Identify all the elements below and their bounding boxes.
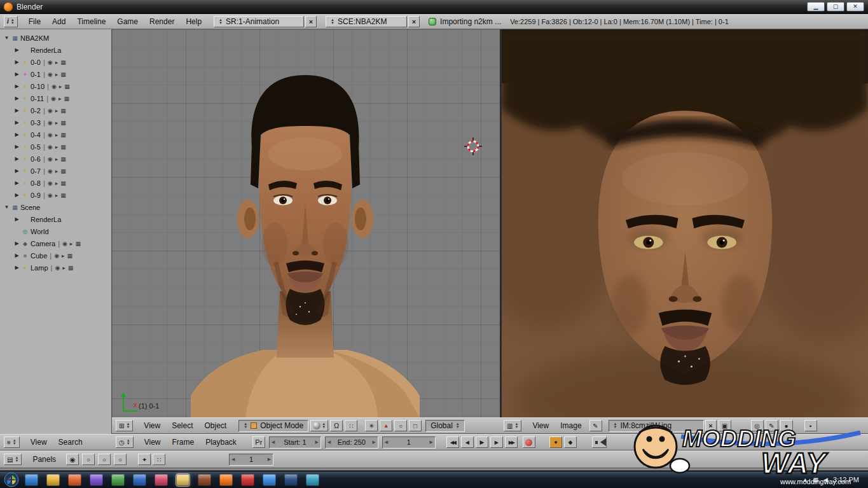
outliner-item-label[interactable]: 0-6 — [31, 155, 41, 163]
outliner-item-label[interactable]: 0-7 — [31, 167, 41, 175]
menu-select[interactable]: Select — [166, 421, 198, 430]
expand-arrow-icon[interactable]: ▶ — [13, 168, 21, 174]
visibility-toggle-icon[interactable]: ◉ — [52, 83, 57, 90]
visibility-toggle-icon[interactable]: ◉ — [55, 265, 60, 271]
outliner-row[interactable]: ▶✦0-4|◉▸▦ — [0, 129, 111, 141]
screen-selector[interactable]: SR:1-Animation — [214, 16, 304, 27]
office-app-icon[interactable] — [133, 474, 146, 486]
jump-to-end-button[interactable]: ▶▶ — [505, 436, 518, 448]
manipulator-scale-button[interactable]: □ — [409, 420, 422, 431]
manipulator-rotate-button[interactable]: ○ — [394, 420, 407, 431]
outliner-row[interactable]: ▼▦Scene — [0, 201, 111, 213]
mute-audio-button[interactable] — [592, 436, 607, 448]
visibility-toggle-icon[interactable]: ◉ — [54, 253, 59, 259]
outliner-row[interactable]: ▼▦NBA2KM — [0, 32, 111, 44]
play-button[interactable]: ▶ — [476, 436, 488, 448]
blender-icon[interactable] — [219, 474, 233, 486]
start-frame-field[interactable]: Start: 1 — [269, 436, 321, 449]
manipulator-translate-button[interactable]: ▲ — [380, 420, 392, 431]
buttons-frame-field[interactable]: 1 — [229, 454, 273, 466]
selectable-toggle-icon[interactable]: ▸ — [55, 144, 59, 150]
auto-key-button[interactable]: ● — [549, 436, 562, 448]
collapse-arrow-icon[interactable]: ▼ — [3, 35, 11, 41]
outliner-item-label[interactable]: NBA2KM — [20, 34, 49, 42]
physics-context-button[interactable]: ∷ — [153, 454, 165, 465]
menu-render[interactable]: Render — [144, 17, 180, 26]
outliner-row[interactable]: ▶RenderLa — [0, 213, 111, 225]
selectable-toggle-icon[interactable]: ▸ — [55, 132, 59, 138]
selectable-toggle-icon[interactable]: ▸ — [55, 108, 59, 114]
visibility-toggle-icon[interactable]: ◉ — [48, 108, 53, 114]
outliner-item-label[interactable]: RenderLa — [31, 216, 61, 223]
menu-view[interactable]: View — [139, 438, 167, 447]
paint-button[interactable]: ✎ — [766, 420, 778, 431]
visibility-toggle-icon[interactable]: ◉ — [48, 132, 53, 138]
folder-icon[interactable] — [46, 474, 60, 486]
outliner-item-label[interactable]: RenderLa — [31, 46, 61, 54]
outliner-item-label[interactable]: 0-4 — [31, 131, 41, 139]
context-logic-button[interactable]: ◉ — [66, 454, 79, 465]
outliner-item-label[interactable]: 0-8 — [31, 179, 41, 187]
context-shading-button[interactable]: ○ — [98, 454, 111, 465]
renderable-toggle-icon[interactable]: ▦ — [60, 144, 66, 150]
pivot-dropdown[interactable]: Ω — [330, 420, 343, 431]
utility-app-icon[interactable] — [198, 474, 211, 486]
draw-mode-dropdown[interactable] — [310, 420, 328, 431]
editor-type-button[interactable]: ▤ — [4, 454, 22, 465]
outliner-row[interactable]: ▶✦0-10|◉▸▦ — [0, 80, 111, 92]
pack-image-button[interactable]: ▣ — [719, 420, 731, 431]
outliner-item-label[interactable]: 0-3 — [31, 119, 41, 127]
renderable-toggle-icon[interactable]: ▦ — [68, 265, 74, 271]
visibility-toggle-icon[interactable]: ◉ — [48, 120, 53, 126]
visibility-toggle-icon[interactable]: ◉ — [48, 192, 53, 199]
menu-view[interactable]: View — [138, 421, 166, 430]
menu-playback[interactable]: Playback — [200, 438, 242, 447]
menu-object[interactable]: Object — [199, 421, 233, 430]
hidden-icons-icon[interactable]: ▲ — [803, 477, 808, 483]
renderable-toggle-icon[interactable]: ▦ — [60, 132, 66, 138]
photo-viewer-icon[interactable] — [90, 474, 103, 486]
scene-selector[interactable]: SCE:NBA2KM — [326, 16, 407, 27]
selectable-toggle-icon[interactable]: ▸ — [55, 120, 59, 126]
menu-search[interactable]: Search — [53, 438, 88, 447]
editor-type-button[interactable]: ▥ — [504, 420, 521, 431]
object-context-button[interactable]: ✦ — [138, 454, 151, 465]
outliner-row[interactable]: ◎World — [0, 225, 111, 237]
outliner-row[interactable]: ▶✦0-1|◉▸▦ — [0, 68, 111, 80]
menu-add[interactable]: Add — [46, 17, 71, 26]
expand-arrow-icon[interactable]: ▶ — [13, 144, 21, 150]
next-frame-button[interactable]: ▶ — [490, 436, 503, 448]
visibility-toggle-icon[interactable]: ◉ — [48, 59, 53, 66]
selectable-toggle-icon[interactable]: ▸ — [62, 253, 65, 259]
pin-button[interactable]: ◎ — [751, 420, 764, 431]
outliner-row[interactable]: ▶RenderLa — [0, 44, 111, 56]
outliner-item-label[interactable]: World — [31, 228, 49, 235]
selectable-toggle-icon[interactable]: ▸ — [55, 168, 59, 174]
titlebar[interactable]: Blender ▁ ▢ ✕ — [0, 0, 868, 14]
renderable-toggle-icon[interactable]: ▦ — [60, 180, 66, 186]
expand-arrow-icon[interactable]: ▶ — [13, 120, 21, 125]
renderable-toggle-icon[interactable]: ▦ — [60, 71, 66, 78]
image-unlink-button[interactable]: × — [705, 420, 717, 431]
menu-help[interactable]: Help — [180, 17, 207, 26]
expand-arrow-icon[interactable]: ▶ — [13, 216, 21, 222]
network-icon[interactable]: ▦ — [813, 477, 819, 483]
media-center-icon[interactable] — [306, 474, 319, 486]
outliner-item-label[interactable]: 0-11 — [31, 95, 44, 102]
expand-arrow-icon[interactable]: ▶ — [13, 241, 21, 246]
selectable-toggle-icon[interactable]: ▸ — [62, 265, 65, 271]
media-player-icon[interactable] — [68, 474, 81, 486]
menu-view[interactable]: View — [25, 438, 53, 447]
snap-button[interactable]: ∷ — [345, 420, 357, 431]
editor-type-button[interactable]: ≡ — [4, 436, 20, 448]
expand-arrow-icon[interactable]: ▶ — [13, 47, 21, 53]
outliner-item-label[interactable]: Lamp — [31, 264, 48, 272]
previous-frame-button[interactable]: ◀ — [461, 436, 474, 448]
selectable-toggle-icon[interactable]: ▸ — [59, 95, 62, 102]
globe-app-icon[interactable] — [284, 474, 298, 486]
renderable-toggle-icon[interactable]: ▦ — [60, 192, 66, 199]
expand-arrow-icon[interactable]: ▶ — [13, 95, 21, 101]
new-image-button[interactable]: ✎ — [589, 420, 602, 431]
outliner-panel[interactable]: ▼▦NBA2KM▶RenderLa▶✦0-0|◉▸▦▶✦0-1|◉▸▦▶✦0-1… — [0, 29, 112, 434]
end-frame-field[interactable]: End: 250 — [325, 436, 378, 449]
